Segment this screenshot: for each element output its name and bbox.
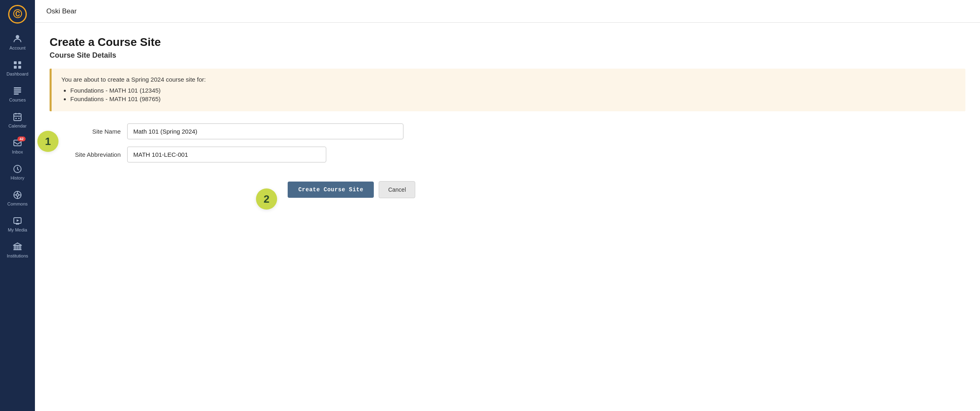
list-item: Foundations - MATH 101 (12345): [70, 87, 956, 94]
app-logo[interactable]: Ⓒ: [0, 0, 35, 28]
svg-rect-6: [14, 89, 21, 91]
svg-rect-4: [18, 66, 21, 69]
svg-marker-26: [17, 219, 19, 222]
calendar-icon: [13, 112, 22, 122]
site-abbr-row: Site Abbreviation: [50, 147, 415, 162]
form-section: 1 Site Name Site Abbreviation 2 Create C…: [50, 123, 415, 198]
info-box: You are about to create a Spring 2024 co…: [50, 69, 965, 111]
sidebar-item-calendar[interactable]: Calendar: [0, 107, 35, 133]
step-1-bubble: 1: [37, 131, 59, 152]
page-title: Create a Course Site: [50, 36, 965, 49]
courses-icon: [13, 86, 22, 96]
svg-rect-3: [14, 66, 17, 69]
info-course-list: Foundations - MATH 101 (12345) Foundatio…: [61, 87, 956, 102]
svg-rect-9: [14, 114, 21, 121]
create-course-site-button[interactable]: Create Course Site: [288, 182, 374, 198]
svg-rect-14: [18, 118, 20, 119]
page-subtitle: Course Site Details: [50, 51, 965, 60]
list-item: Foundations - MATH 101 (98765): [70, 95, 956, 102]
site-abbr-label: Site Abbreviation: [50, 151, 121, 158]
sidebar-item-institutions[interactable]: Institutions: [0, 237, 35, 263]
top-bar: Oski Bear: [35, 0, 980, 23]
history-icon: [13, 164, 22, 174]
sidebar: Ⓒ Account Dashboard: [0, 0, 35, 411]
inbox-badge: 42: [17, 136, 26, 141]
my-media-icon: [13, 216, 22, 226]
sidebar-item-account[interactable]: Account: [0, 28, 35, 55]
svg-rect-2: [18, 61, 21, 64]
main-content: Oski Bear Create a Course Site Course Si…: [35, 0, 980, 411]
step-2-bubble: 2: [256, 188, 277, 210]
commons-icon: [13, 190, 22, 200]
sidebar-item-commons[interactable]: Commons: [0, 185, 35, 211]
svg-rect-29: [17, 245, 18, 250]
svg-rect-13: [15, 118, 17, 119]
institutions-icon: [13, 242, 22, 252]
svg-rect-8: [14, 93, 19, 95]
site-abbr-input[interactable]: [127, 147, 326, 162]
content-area: Create a Course Site Course Site Details…: [35, 23, 980, 211]
account-icon: [12, 33, 23, 44]
logo-icon: Ⓒ: [8, 5, 27, 24]
svg-rect-30: [20, 245, 21, 250]
site-name-row: Site Name: [50, 123, 415, 139]
info-intro: You are about to create a Spring 2024 co…: [61, 76, 956, 83]
sidebar-item-dashboard[interactable]: Dashboard: [0, 55, 35, 81]
svg-point-0: [16, 35, 20, 39]
sidebar-item-history[interactable]: History: [0, 159, 35, 185]
svg-rect-1: [14, 61, 17, 64]
sidebar-item-courses[interactable]: Courses: [0, 81, 35, 107]
inbox-icon: 42: [13, 138, 22, 148]
top-bar-user: Oski Bear: [46, 7, 77, 15]
site-name-label: Site Name: [50, 128, 121, 135]
dashboard-icon: [13, 60, 22, 70]
sidebar-item-my-media[interactable]: My Media: [0, 211, 35, 237]
site-name-input[interactable]: [127, 123, 403, 139]
svg-point-18: [16, 194, 19, 196]
sidebar-item-inbox[interactable]: 42 Inbox: [0, 133, 35, 159]
cancel-button[interactable]: Cancel: [379, 181, 415, 198]
svg-rect-5: [14, 87, 21, 89]
svg-rect-7: [14, 91, 21, 93]
svg-rect-28: [14, 245, 15, 250]
action-row: 2 Create Course Site Cancel: [50, 181, 415, 198]
